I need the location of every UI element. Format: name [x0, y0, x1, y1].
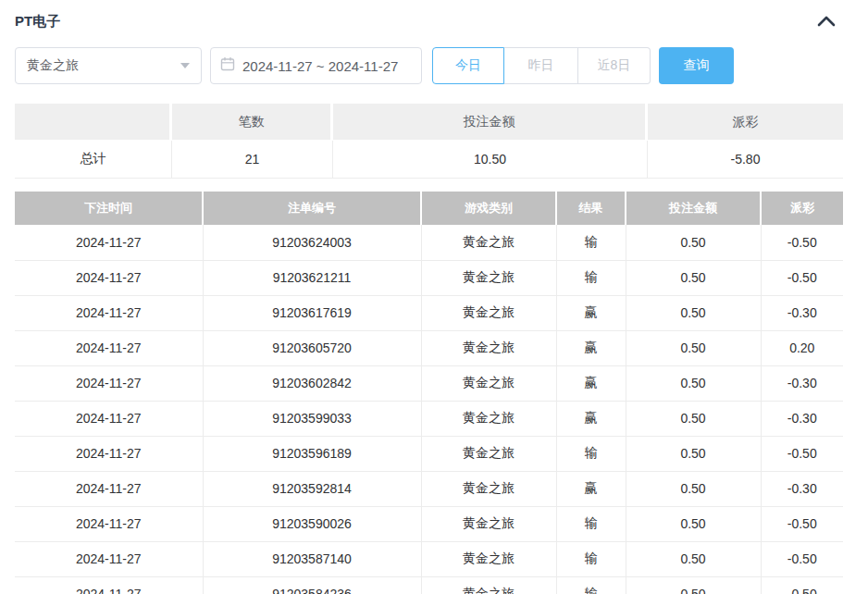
search-button[interactable]: 查询 [659, 47, 734, 84]
bet-result: 输 [556, 436, 626, 471]
bet-amount: 0.50 [626, 506, 761, 541]
bet-result: 赢 [556, 365, 626, 401]
summary-total-row: 总计 21 10.50 -5.80 [15, 141, 843, 179]
game-name: 黄金之旅 [421, 225, 556, 260]
bet-id: 91203617619 [203, 295, 421, 330]
bet-amount: 0.50 [626, 295, 761, 330]
bet-amount: 0.50 [626, 225, 761, 260]
col-game-type: 游戏类别 [421, 192, 556, 225]
table-row: 2024-11-27 91203587140 黄金之旅 输 0.50 -0.50 [15, 541, 843, 576]
bet-result: 输 [556, 506, 626, 541]
game-name: 黄金之旅 [421, 506, 556, 541]
bet-amount: 0.50 [626, 365, 761, 401]
bet-date: 2024-11-27 [15, 365, 203, 401]
table-row: 2024-11-27 91203617619 黄金之旅 赢 0.50 -0.30 [15, 295, 843, 330]
summary-header-empty [15, 104, 172, 140]
table-row: 2024-11-27 91203602842 黄金之旅 赢 0.50 -0.30 [15, 365, 843, 401]
bet-date: 2024-11-27 [15, 260, 203, 295]
bet-id: 91203624003 [203, 225, 421, 260]
summary-header-payout: 派彩 [648, 104, 843, 140]
pt-games-panel: PT电子 黄金之旅 2024-11-27 ~ 2024-1 [0, 0, 868, 594]
bet-amount: 0.50 [626, 330, 761, 365]
col-bet-time: 下注时间 [15, 192, 203, 225]
date-range-input[interactable]: 2024-11-27 ~ 2024-11-27 [210, 47, 422, 84]
bet-id: 91203599033 [203, 401, 421, 436]
bet-payout: -0.50 [761, 225, 843, 260]
bet-date: 2024-11-27 [15, 541, 203, 576]
bet-id: 91203621211 [203, 260, 421, 295]
page-title: PT电子 [15, 13, 60, 31]
table-row: 2024-11-27 91203584236 黄金之旅 输 0.50 -0.50 [15, 576, 843, 594]
bet-date: 2024-11-27 [15, 471, 203, 506]
filter-bar: 黄金之旅 2024-11-27 ~ 2024-11-27 今日 昨日 近8日 查… [15, 47, 868, 84]
bet-payout: -0.50 [761, 576, 843, 594]
calendar-icon [220, 56, 235, 75]
bet-id: 91203592814 [203, 471, 421, 506]
bet-result: 输 [556, 260, 626, 295]
collapse-panel-button[interactable] [815, 14, 837, 29]
summary-total-bet-amount: 10.50 [333, 141, 648, 178]
bet-payout: -0.50 [761, 260, 843, 295]
bets-table-header: 下注时间 注单编号 游戏类别 结果 投注金额 派彩 [15, 192, 843, 225]
bet-result: 赢 [556, 295, 626, 330]
bet-date: 2024-11-27 [15, 225, 203, 260]
table-row: 2024-11-27 91203599033 黄金之旅 赢 0.50 -0.30 [15, 401, 843, 436]
bet-result: 赢 [556, 471, 626, 506]
bet-id: 91203602842 [203, 365, 421, 401]
summary-header-bet-amount: 投注金额 [333, 104, 648, 140]
bet-id: 91203590026 [203, 506, 421, 541]
summary-total-payout: -5.80 [648, 141, 843, 178]
table-row: 2024-11-27 91203590026 黄金之旅 输 0.50 -0.50 [15, 506, 843, 541]
bet-result: 输 [556, 541, 626, 576]
bet-payout: -0.30 [761, 365, 843, 401]
game-name: 黄金之旅 [421, 260, 556, 295]
bet-amount: 0.50 [626, 471, 761, 506]
chevron-up-icon [817, 16, 836, 30]
bet-amount: 0.50 [626, 541, 761, 576]
bet-id: 91203605720 [203, 330, 421, 365]
game-name: 黄金之旅 [421, 365, 556, 401]
table-row: 2024-11-27 91203624003 黄金之旅 输 0.50 -0.50 [15, 225, 843, 260]
game-name: 黄金之旅 [421, 401, 556, 436]
game-select[interactable]: 黄金之旅 [15, 47, 202, 84]
yesterday-button[interactable]: 昨日 [504, 47, 578, 84]
game-name: 黄金之旅 [421, 295, 556, 330]
chevron-down-icon [180, 63, 190, 68]
summary-total-count: 21 [172, 141, 333, 178]
bet-payout: -0.50 [761, 541, 843, 576]
table-row: 2024-11-27 91203621211 黄金之旅 输 0.50 -0.50 [15, 260, 843, 295]
bet-payout: 0.20 [761, 330, 843, 365]
panel-header: PT电子 [15, 11, 868, 31]
game-name: 黄金之旅 [421, 471, 556, 506]
bet-payout: -0.30 [761, 295, 843, 330]
last-8-days-button[interactable]: 近8日 [578, 47, 651, 84]
bet-date: 2024-11-27 [15, 295, 203, 330]
bet-date: 2024-11-27 [15, 330, 203, 365]
game-select-value: 黄金之旅 [27, 57, 79, 74]
summary-header-row: 笔数 投注金额 派彩 [15, 104, 843, 140]
table-row: 2024-11-27 91203596189 黄金之旅 输 0.50 -0.50 [15, 436, 843, 471]
today-button[interactable]: 今日 [432, 47, 504, 84]
game-name: 黄金之旅 [421, 330, 556, 365]
bets-table-body: 2024-11-27 91203624003 黄金之旅 输 0.50 -0.50… [15, 225, 843, 594]
table-row: 2024-11-27 91203605720 黄金之旅 赢 0.50 0.20 [15, 330, 843, 365]
bet-result: 输 [556, 576, 626, 594]
game-name: 黄金之旅 [421, 576, 556, 594]
bet-date: 2024-11-27 [15, 401, 203, 436]
bet-amount: 0.50 [626, 260, 761, 295]
bet-id: 91203587140 [203, 541, 421, 576]
game-name: 黄金之旅 [421, 436, 556, 471]
bet-payout: -0.30 [761, 401, 843, 436]
col-payout: 派彩 [761, 192, 843, 225]
bet-result: 输 [556, 225, 626, 260]
bet-payout: -0.30 [761, 471, 843, 506]
table-row: 2024-11-27 91203592814 黄金之旅 赢 0.50 -0.30 [15, 471, 843, 506]
bet-result: 赢 [556, 401, 626, 436]
bet-date: 2024-11-27 [15, 436, 203, 471]
quick-date-button-group: 今日 昨日 近8日 [432, 47, 651, 84]
col-bet-id: 注单编号 [203, 192, 421, 225]
summary-table: 笔数 投注金额 派彩 总计 21 10.50 -5.80 [15, 104, 843, 179]
game-name: 黄金之旅 [421, 541, 556, 576]
bets-table: 下注时间 注单编号 游戏类别 结果 投注金额 派彩 2024-11-27 912… [15, 192, 843, 594]
bet-id: 91203584236 [203, 576, 421, 594]
